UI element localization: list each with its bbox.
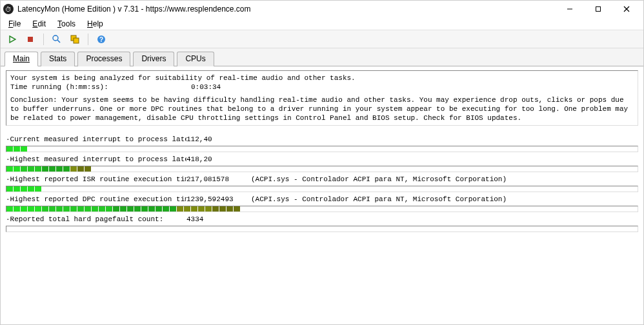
tab-cpus[interactable]: CPUs [177,52,214,66]
metric-value: 418,20 [186,155,251,164]
metric-bar [6,166,638,172]
svg-rect-5 [28,37,33,42]
help-icon: ? [97,35,106,44]
analysis-line: Your system is being analyzed for suitab… [10,74,634,83]
titlebar: ⏱ LatencyMon (Home Edition ) v 7.31 - ht… [1,1,643,17]
help-button[interactable]: ? [94,32,109,46]
metric-row: ·Highest reported ISR routine execution … [6,175,638,192]
metric-note [251,135,638,144]
metric-label: ·Reported total hard pagefault count: [6,215,186,224]
metric-note: (ACPI.sys - Controlador ACPI para NT, Mi… [251,195,638,204]
report-button[interactable] [49,32,65,46]
metric-value: 112,40 [186,135,251,144]
metric-bar [6,146,638,152]
stop-icon [26,35,34,43]
menu-tools[interactable]: Tools [52,18,81,30]
play-icon [8,35,16,43]
svg-rect-1 [596,7,601,12]
start-button[interactable] [5,32,20,46]
metric-note [251,215,638,224]
svg-text:?: ? [99,36,103,43]
tab-drivers[interactable]: Drivers [133,52,174,66]
tab-main[interactable]: Main [5,52,38,66]
time-running-label: Time running (h:mm:ss): [10,83,191,92]
close-button[interactable] [612,1,641,17]
toolbar: ? [1,30,643,48]
metric-row: ·Current measured interrupt to process l… [6,135,638,152]
metric-label: ·Highest reported DPC routine execution … [6,195,186,204]
analysis-box: Your system is being analyzed for suitab… [6,70,638,126]
menu-file[interactable]: File [3,18,26,30]
stop-button[interactable] [23,32,38,46]
time-running-value: 0:03:34 [191,83,221,92]
metric-label: ·Highest reported ISR routine execution … [6,175,186,184]
metric-note [251,155,638,164]
tab-stats[interactable]: Stats [41,52,75,66]
metric-note: (ACPI.sys - Controlador ACPI para NT, Mi… [251,175,638,184]
svg-rect-9 [74,38,79,43]
metric-bar [6,226,638,232]
svg-point-6 [53,35,58,41]
metric-value: 4334 [186,215,251,224]
svg-line-7 [57,40,60,43]
app-icon: ⏱ [3,4,14,14]
menu-help[interactable]: Help [82,18,108,30]
metrics-list: ·Current measured interrupt to process l… [6,132,638,324]
menu-edit[interactable]: Edit [27,18,51,30]
window-title: LatencyMon (Home Edition ) v 7.31 - http… [17,5,556,14]
toolbar-separator-2 [88,34,88,45]
metric-row: ·Reported total hard pagefault count:433… [6,215,638,232]
svg-marker-4 [10,36,15,43]
tabs: Main Stats Processes Drivers CPUs [1,48,643,66]
main-panel: Your system is being analyzed for suitab… [1,66,643,324]
metric-row: ·Highest measured interrupt to process l… [6,155,638,172]
processes-button[interactable] [67,32,83,46]
metric-label: ·Highest measured interrupt to process l… [6,155,186,164]
menubar: File Edit Tools Help [1,17,643,30]
metric-bar [6,206,638,212]
metric-bar [6,186,638,192]
conclusion-text: Conclusion: Your system seems to be havi… [10,95,634,123]
windows-icon [70,35,79,44]
tab-processes[interactable]: Processes [77,52,130,66]
metric-value: 1239,592493 [186,195,251,204]
minimize-button[interactable] [556,1,584,17]
metric-label: ·Current measured interrupt to process l… [6,135,186,144]
magnifier-icon [52,35,61,44]
window-controls [556,1,641,17]
metric-row: ·Highest reported DPC routine execution … [6,195,638,212]
maximize-button[interactable] [584,1,612,17]
metric-value: 217,081578 [186,175,251,184]
toolbar-separator [43,34,44,45]
